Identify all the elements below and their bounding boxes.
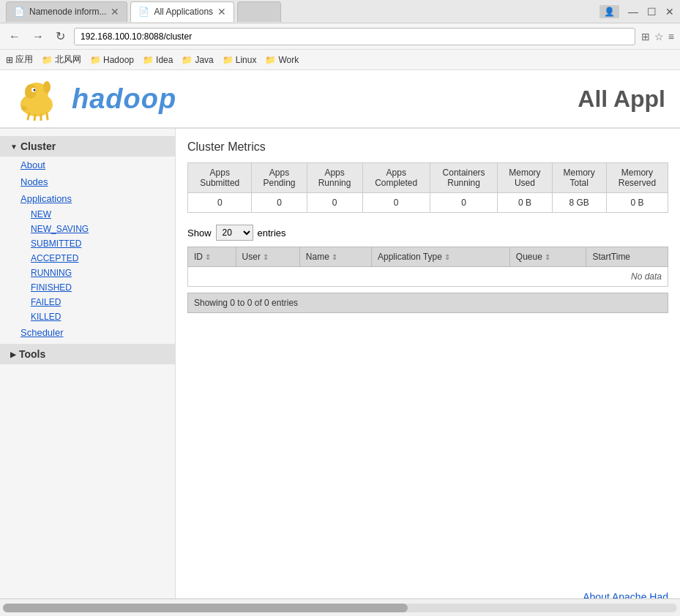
refresh-button[interactable]: ↻ (53, 28, 68, 45)
sidebar-item-finished[interactable]: FINISHED (0, 280, 175, 295)
sidebar-item-new-saving[interactable]: NEW_SAVING (0, 222, 175, 236)
bookmark-hadoop-label: Hadoop (103, 55, 134, 65)
browser-viewport: hadoop All Appl ▼ Cluster About Nodes (0, 70, 680, 616)
sidebar-item-killed[interactable]: KILLED (0, 309, 175, 324)
about-hadoop-link[interactable]: About Apache Had (583, 591, 668, 598)
back-button[interactable]: ← (6, 29, 23, 45)
folder-icon-linux: 📁 (223, 55, 233, 65)
bookmark-apps[interactable]: ⊞ 应用 (6, 53, 33, 66)
sidebar-item-scheduler[interactable]: Scheduler (0, 324, 175, 341)
main-content: Cluster Metrics AppsSubmitted AppsPendin… (176, 129, 680, 598)
bookmark-java-label: Java (195, 55, 213, 65)
sidebar-accepted-label: ACCEPTED (31, 253, 78, 263)
scrollbar-thumb[interactable] (3, 604, 408, 612)
sidebar-new-label: NEW (31, 209, 51, 219)
tab-bar: 📄 Namenode inform... ✕ 📄 All Application… (6, 1, 281, 22)
cluster-section-header[interactable]: ▼ Cluster (0, 136, 175, 157)
metrics-row: 0 0 0 0 0 0 B 8 GB 0 B (188, 193, 668, 213)
user-icon: 👤 (599, 5, 619, 18)
folder-icon-idea: 📁 (143, 55, 154, 65)
page-title: All Appl (578, 86, 665, 113)
metrics-col-memreserved: MemoryReserved (606, 163, 668, 193)
scrollbar-track[interactable] (3, 604, 677, 612)
sidebar-about-label: About (20, 159, 45, 170)
sidebar-finished-label: FINISHED (31, 282, 72, 293)
cluster-section: ▼ Cluster About Nodes Applications NEW (0, 136, 175, 341)
tools-arrow: ▶ (10, 350, 16, 358)
metrics-val-memreserved: 0 B (606, 193, 668, 213)
metrics-val-pending: 0 (252, 193, 307, 213)
col-queue[interactable]: Queue ⇕ (509, 247, 586, 267)
bookmark-work[interactable]: 📁 Work (265, 55, 299, 65)
tab-allapps[interactable]: 📄 All Applications ✕ (130, 1, 234, 22)
bookmark-icon[interactable]: ☆ (654, 31, 664, 42)
svg-point-5 (34, 89, 36, 91)
metrics-val-memtotal: 8 GB (552, 193, 606, 213)
col-name-label: Name (306, 252, 329, 262)
tab-namenode-label: Namenode inform... (29, 7, 106, 17)
tab-namenode[interactable]: 📄 Namenode inform... ✕ (6, 1, 127, 22)
metrics-col-memtotal: MemoryTotal (552, 163, 606, 193)
bookmark-apps-label: 应用 (15, 53, 33, 66)
metrics-col-completed: AppsCompleted (362, 163, 430, 193)
svg-point-6 (21, 106, 27, 110)
metrics-val-completed: 0 (362, 193, 430, 213)
sidebar: ▼ Cluster About Nodes Applications NEW (0, 129, 176, 598)
col-id[interactable]: ID ⇕ (188, 247, 236, 267)
bookmarks-bar: ⊞ 应用 📁 北风网 📁 Hadoop 📁 Idea 📁 Java 📁 Linu… (0, 50, 680, 70)
col-apptype[interactable]: Application Type ⇕ (371, 247, 509, 267)
bookmark-linux-label: Linux (236, 55, 257, 65)
svg-point-3 (43, 81, 51, 93)
forward-button[interactable]: → (29, 29, 47, 45)
window-controls: 👤 — ☐ ✕ (599, 5, 674, 18)
minimize-button[interactable]: — (628, 6, 638, 18)
hadoop-wordmark: hadoop (72, 83, 176, 115)
col-starttime[interactable]: StartTime (586, 247, 668, 267)
entries-select[interactable]: 10 20 50 100 (216, 225, 253, 241)
hadoop-logo: hadoop (15, 77, 176, 121)
bookmark-idea-label: Idea (156, 55, 173, 65)
bookmark-java[interactable]: 📁 Java (182, 55, 213, 65)
bookmark-hadoop[interactable]: 📁 Hadoop (90, 55, 134, 65)
bookmark-beifeng[interactable]: 📁 北风网 (42, 53, 81, 66)
col-apptype-label: Application Type (378, 252, 442, 262)
sidebar-failed-label: FAILED (31, 297, 61, 307)
sidebar-item-about[interactable]: About (0, 157, 175, 173)
tab-allapps-close[interactable]: ✕ (217, 6, 226, 18)
folder-icon-work: 📁 (265, 55, 276, 65)
address-bar: ← → ↻ ⊞ ☆ ≡ (0, 23, 680, 50)
cluster-label: Cluster (20, 140, 56, 152)
apps-grid-icon: ⊞ (6, 55, 13, 65)
show-entries-bar: Show 10 20 50 100 entries (187, 225, 668, 241)
col-id-label: ID (194, 252, 203, 262)
url-input[interactable] (74, 28, 635, 45)
sidebar-item-failed[interactable]: FAILED (0, 295, 175, 309)
new-tab-area[interactable] (237, 1, 281, 22)
elephant-icon (15, 77, 66, 121)
sidebar-item-applications[interactable]: Applications (0, 190, 175, 207)
sidebar-item-submitted[interactable]: SUBMITTED (0, 236, 175, 251)
col-id-sort: ⇕ (205, 253, 211, 261)
metrics-table: AppsSubmitted AppsPending AppsRunning Ap… (187, 162, 668, 213)
apps-table: ID ⇕ User ⇕ Name ⇕ (187, 247, 668, 287)
tools-section-header[interactable]: ▶ Tools (0, 344, 175, 364)
title-bar: 📄 Namenode inform... ✕ 📄 All Application… (0, 0, 680, 23)
close-button[interactable]: ✕ (665, 6, 674, 18)
menu-icon[interactable]: ≡ (668, 31, 674, 42)
tab-namenode-close[interactable]: ✕ (111, 6, 119, 18)
sidebar-item-accepted[interactable]: ACCEPTED (0, 251, 175, 266)
sidebar-item-running[interactable]: RUNNING (0, 266, 175, 280)
folder-icon-java: 📁 (182, 55, 193, 65)
col-name-sort: ⇕ (332, 253, 337, 261)
col-name[interactable]: Name ⇕ (299, 247, 371, 267)
show-label: Show (187, 228, 212, 238)
metrics-col-submitted: AppsSubmitted (188, 163, 252, 193)
bookmark-linux[interactable]: 📁 Linux (223, 55, 257, 65)
sidebar-item-new[interactable]: NEW (0, 207, 175, 222)
metrics-val-memused: 0 B (498, 193, 552, 213)
bookmark-idea[interactable]: 📁 Idea (143, 55, 173, 65)
sidebar-item-nodes[interactable]: Nodes (0, 173, 175, 190)
col-user[interactable]: User ⇕ (236, 247, 299, 267)
maximize-button[interactable]: ☐ (647, 6, 657, 18)
col-user-label: User (242, 252, 261, 262)
